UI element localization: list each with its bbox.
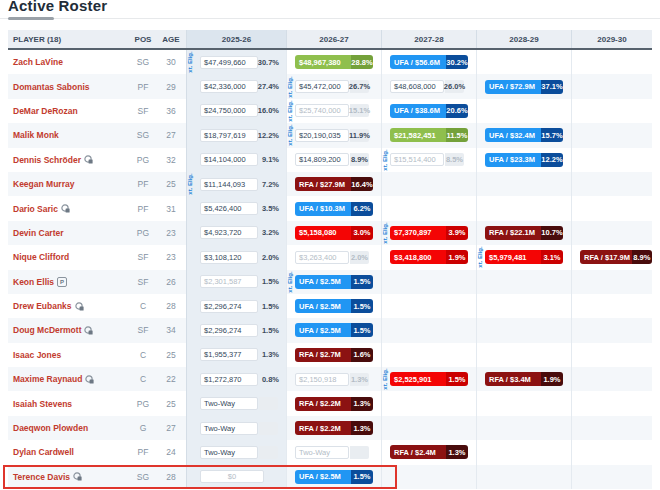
salary-cell-2025-26: $0: [186, 465, 286, 489]
player-cell: Isaiah Stevens: [8, 399, 130, 409]
salary-cell-2026-27: UFA / $10.3M6.2%: [286, 196, 381, 220]
pill-value: $5,158,080: [295, 226, 351, 240]
player-link[interactable]: Isaiah Stevens: [13, 399, 72, 409]
fa-pill: UFA / $2.5M1.5%: [295, 323, 373, 337]
fa-pill: RFA / $17.9M8.9%: [580, 250, 652, 264]
salary-cell-2027-28: xt. Elig.$15,514,4008.5%: [381, 148, 476, 172]
pill-value: RFA / $3.4M: [485, 372, 541, 386]
pill-pct: 10.7%: [541, 226, 563, 240]
fa-pill: UFA / $10.3M6.2%: [295, 202, 373, 216]
player-link[interactable]: Dylan Cardwell: [13, 447, 74, 457]
table-row: Daeqwon PlowdenG27Two-WayRFA / $2.2M1.3%: [8, 416, 652, 440]
extension-eligible-tag: xt. Elig.: [287, 100, 295, 121]
pill-value: RFA / $17.9M: [580, 250, 632, 264]
salary-cell-2026-27: RFA / $2.2M1.3%: [286, 391, 381, 415]
player-cell: DeMar DeRozan: [8, 106, 130, 116]
pct-stub-empty: [350, 446, 369, 459]
pill-value: UFA / $38.6M: [390, 104, 446, 118]
player-link[interactable]: Keon Ellis: [13, 277, 54, 287]
player-link[interactable]: DeMar DeRozan: [13, 106, 78, 116]
player-link[interactable]: Terence Davis: [13, 472, 70, 482]
pill-pct: 1.3%: [351, 421, 373, 435]
pill-pct: 30.2%: [446, 55, 468, 69]
pct-label: 16.0%: [258, 106, 279, 115]
extension-eligible-tag: xt. Elig.: [382, 222, 390, 243]
col-header-2027-28[interactable]: 2027-28: [381, 30, 476, 48]
player-link[interactable]: Drew Eubanks: [13, 301, 72, 311]
pill-pct: 11.5%: [446, 128, 468, 142]
age-cell: 23: [156, 228, 186, 238]
col-header-2029-30[interactable]: 2029-30: [571, 30, 652, 48]
col-header-player[interactable]: PLAYER (18): [8, 35, 130, 44]
salary-cell-2027-28: [381, 270, 476, 294]
pill-value: RFA / $2.2M: [295, 421, 351, 435]
pill-pct: 1.6%: [351, 348, 373, 362]
pill-value: RFA / $22.1M: [485, 226, 541, 240]
pill-value: UFA / $2.5M: [295, 275, 351, 289]
salary-box: $11,144,093: [200, 178, 258, 191]
col-header-2028-29[interactable]: 2028-29: [476, 30, 571, 48]
salary-cell-2029-30: [571, 148, 652, 172]
salary-cell-2029-30: [571, 221, 652, 245]
salary-cell-2028-29: [476, 416, 571, 440]
salary-cell-2026-27: UFA / $2.5M1.5%: [286, 294, 381, 318]
pill-pct: 1.5%: [351, 299, 373, 313]
pct-label: 8.5%: [445, 153, 464, 166]
age-cell: 22: [156, 374, 186, 384]
salary-cell-2025-26: Two-Way: [186, 440, 286, 464]
player-link[interactable]: Domantas Sabonis: [13, 82, 90, 92]
pos-cell: PF: [130, 204, 156, 214]
salary-cell-2027-28: UFA / $56.6M30.2%: [381, 50, 476, 74]
contract-tag-icon: [84, 155, 93, 164]
salary-cell-2025-26: $3,108,1202.0%: [186, 245, 286, 269]
salary-box: $14,104,000: [200, 153, 258, 166]
player-link[interactable]: Keegan Murray: [13, 179, 74, 189]
salary-cell-2026-27: Two-Way: [286, 440, 381, 464]
salary-cell-2026-27: UFA / $2.5M1.5%: [286, 318, 381, 342]
salary-cell-2025-26: $14,104,0009.1%: [186, 148, 286, 172]
player-link[interactable]: Daeqwon Plowden: [13, 423, 88, 433]
salary-box: $48,608,000: [390, 80, 444, 93]
pill-pct: 1.5%: [351, 275, 373, 289]
pos-cell: C: [130, 374, 156, 384]
player-link[interactable]: Zach LaVine: [13, 57, 63, 67]
salary-cell-2027-28: [381, 465, 476, 489]
salary-cell-2026-27: RFA / $2.7M1.6%: [286, 343, 381, 367]
salary-box: $4,923,720: [200, 226, 258, 239]
salary-cell-2026-27: $5,158,0803.0%: [286, 221, 381, 245]
player-link[interactable]: Maxime Raynaud: [13, 374, 82, 384]
table-row: Terence DavisSG28$0UFA / $2.5M1.5%: [8, 465, 652, 489]
player-link[interactable]: Malik Monk: [13, 130, 59, 140]
salary-box: $2,296,274: [200, 300, 258, 313]
table-row: Dylan CardwellPF24Two-WayTwo-WayRFA / $2…: [8, 440, 652, 464]
fa-pill: RFA / $2.7M1.6%: [295, 348, 373, 362]
player-link[interactable]: Doug McDermott: [13, 325, 81, 335]
salary-cell-2029-30: [571, 294, 652, 318]
salary-cell-2026-27: $14,809,2008.9%: [286, 148, 381, 172]
player-link[interactable]: Isaac Jones: [13, 350, 61, 360]
player-link[interactable]: Dario Saric: [13, 204, 58, 214]
salary-cell-2029-30: [571, 343, 652, 367]
salary-cell-2028-29: [476, 343, 571, 367]
pct-label: 1.5%: [262, 302, 279, 311]
two-way-box: Two-Way: [200, 397, 258, 410]
pct-label: 2.0%: [262, 253, 279, 262]
salary-cell-2028-29: [476, 270, 571, 294]
two-way-box: Two-Way: [200, 446, 258, 459]
player-cell: Zach LaVine: [8, 57, 130, 67]
pill-pct: 1.3%: [351, 397, 373, 411]
table-row: DeMar DeRozanSF36$24,750,00016.0%xt. Eli…: [8, 99, 652, 123]
salary-cell-2025-26: $2,301,5871.5%: [186, 270, 286, 294]
pct-stub-empty: [259, 397, 278, 410]
fa-pill: $48,967,38028.8%: [295, 55, 373, 69]
pill-value: UFA / $23.3M: [485, 153, 541, 167]
extension-eligible-tag: xt. Elig.: [382, 369, 390, 390]
col-header-2025-26[interactable]: 2025-26: [186, 30, 286, 48]
col-header-pos[interactable]: POS: [130, 35, 156, 44]
player-link[interactable]: Nique Clifford: [13, 252, 69, 262]
col-header-2026-27[interactable]: 2026-27: [286, 30, 381, 48]
salary-cell-2026-27: RFA / $2.2M1.3%: [286, 416, 381, 440]
player-link[interactable]: Dennis Schröder: [13, 155, 81, 165]
player-link[interactable]: Devin Carter: [13, 228, 64, 238]
col-header-age[interactable]: AGE: [156, 35, 186, 44]
